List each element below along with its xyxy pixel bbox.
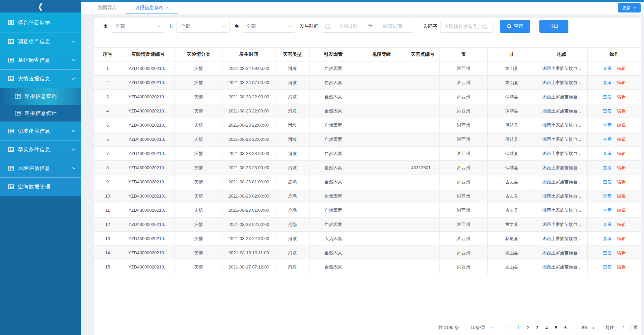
table-cell: 保靖县 <box>488 161 536 175</box>
keyword-input[interactable] <box>440 20 493 33</box>
view-link[interactable]: 查看 <box>603 208 612 213</box>
sidebar-subitem[interactable]: 速报信息查询 <box>0 88 81 105</box>
table-cell: 崩塌 <box>275 189 310 203</box>
table-body: 1YZD43000020210...灾情2021-08-24 09:05:00滑… <box>94 61 641 274</box>
table-cell: 古丈县 <box>488 175 536 189</box>
sidebar-subitem[interactable]: 速报信息统计 <box>0 105 81 122</box>
edit-link[interactable]: 编辑 <box>617 179 626 184</box>
next-page-button[interactable]: › <box>589 325 598 331</box>
prev-page-button[interactable]: ‹ <box>505 325 514 331</box>
table-row: 14YZD43000020210...灾情2021-08-18 10:11:00… <box>94 246 641 260</box>
ellipsis-icon[interactable]: ··· <box>570 325 580 330</box>
view-link[interactable]: 查看 <box>603 80 612 85</box>
column-header: 地点 <box>536 48 588 61</box>
tab[interactable]: 数据导入 <box>89 2 126 14</box>
page-number-2[interactable]: 2 <box>523 325 532 330</box>
edit-link[interactable]: 编辑 <box>617 236 626 241</box>
view-link[interactable]: 查看 <box>603 151 612 156</box>
view-link[interactable]: 查看 <box>603 108 612 113</box>
goto-page-input[interactable] <box>617 323 631 332</box>
edit-link[interactable]: 编辑 <box>617 66 626 71</box>
table-cell: 2021-08-24 09:05:00 <box>222 61 275 76</box>
table-cell: 4 <box>94 104 121 118</box>
date-range-picker[interactable]: 开始日期 至 结束日期 <box>322 20 414 33</box>
view-link[interactable]: 查看 <box>603 94 612 99</box>
sidebar-item[interactable]: 切坡建房信息 <box>0 122 81 140</box>
close-icon[interactable]: × <box>166 5 169 10</box>
sidebar-item[interactable]: 调查项目信息 <box>0 32 81 51</box>
edit-link[interactable]: 编辑 <box>617 80 626 85</box>
view-link[interactable]: 查看 <box>603 165 612 170</box>
page-number-3[interactable]: 3 <box>532 325 542 330</box>
sidebar-item-label: 风险评估信息 <box>18 165 72 172</box>
sidebar-item[interactable]: 基础调查信息 <box>0 51 81 69</box>
edit-link[interactable]: 编辑 <box>617 151 626 156</box>
page-size-select[interactable]: 15条/页 <box>464 323 496 332</box>
export-button[interactable]: 导出 <box>539 20 568 33</box>
table-cell: 自然因素 <box>310 203 357 217</box>
sidebar-item-label: 基础调查信息 <box>18 57 72 63</box>
table-cell <box>357 132 406 147</box>
table-cell: 自然因素 <box>310 61 357 76</box>
table-cell: 龙山县 <box>488 61 536 76</box>
sidebar-item[interactable]: 灾情速报信息 <box>0 69 81 88</box>
sidebar-collapse-button[interactable]: ❮ <box>0 0 81 12</box>
tab-bar: 数据导入速报信息查询× 更多 <box>81 2 644 14</box>
table-cell: 6 <box>94 132 121 147</box>
edit-link[interactable]: 编辑 <box>617 137 626 142</box>
edit-link[interactable]: 编辑 <box>617 108 626 113</box>
table-row: 11YZD43000020210...灾情2021-08-23 01:00:00… <box>94 203 641 217</box>
tab[interactable]: 速报信息查询× <box>126 2 178 14</box>
table-cell-actions: 查看编辑 <box>588 217 641 232</box>
view-link[interactable]: 查看 <box>603 194 612 199</box>
chevron-down-icon <box>72 149 76 151</box>
edit-link[interactable]: 编辑 <box>617 194 626 199</box>
edit-link[interactable]: 编辑 <box>617 222 626 227</box>
page-number-6[interactable]: 6 <box>561 325 570 330</box>
view-link[interactable]: 查看 <box>603 179 612 184</box>
table-cell-actions: 查看编辑 <box>588 260 641 274</box>
view-link[interactable]: 查看 <box>603 236 612 241</box>
view-link[interactable]: 查看 <box>603 264 612 269</box>
county-select[interactable]: 全部 <box>177 20 230 33</box>
sidebar-item[interactable]: 风险评估信息 <box>0 159 81 177</box>
view-link[interactable]: 查看 <box>603 123 612 128</box>
view-link[interactable]: 查看 <box>603 66 612 71</box>
sidebar-item[interactable]: 孕灾条件信息 <box>0 140 81 159</box>
page-number-5[interactable]: 5 <box>551 325 561 330</box>
start-date-input[interactable]: 开始日期 <box>330 23 366 29</box>
table-cell-actions: 查看编辑 <box>588 203 641 217</box>
sidebar-item[interactable]: 综合信息展示 <box>0 12 81 32</box>
more-button-label: 更多 <box>622 5 631 11</box>
more-button[interactable]: 更多 <box>618 3 641 12</box>
table-cell <box>357 147 406 161</box>
page-number-80[interactable]: 80 <box>580 325 589 330</box>
table-cell: 湘西土家族苗族自... <box>536 132 588 147</box>
table-cell-actions: 查看编辑 <box>588 161 641 175</box>
edit-link[interactable]: 编辑 <box>617 208 626 213</box>
edit-link[interactable]: 编辑 <box>617 264 626 269</box>
table-cell <box>406 246 440 260</box>
view-link[interactable]: 查看 <box>603 222 612 227</box>
edit-link[interactable]: 编辑 <box>617 165 626 170</box>
page-number-1[interactable]: 1 <box>513 325 523 330</box>
table-cell: 2021-08-23 01:00:00 <box>222 175 275 189</box>
sidebar-item[interactable]: 空间数据管理 <box>0 177 81 196</box>
edit-link[interactable]: 编辑 <box>617 250 626 255</box>
city-select[interactable]: 全部 <box>111 20 164 33</box>
table-cell: 保靖县 <box>488 104 536 118</box>
search-button-label: 查询 <box>514 23 524 29</box>
page-number-4[interactable]: 4 <box>542 325 551 330</box>
end-date-input[interactable]: 结束日期 <box>375 23 410 29</box>
filter-bar: 市 全部 县 全部 乡 全部 发生时间 <box>94 18 641 33</box>
town-select[interactable]: 全部 <box>242 20 295 33</box>
table-cell: 灾情 <box>175 161 222 175</box>
pagination: 共 1195 条 15条/页 ‹ 123456···80 › 前往 页 <box>438 323 638 332</box>
edit-link[interactable]: 编辑 <box>617 123 626 128</box>
goto-label: 前往 <box>605 325 614 331</box>
view-link[interactable]: 查看 <box>603 137 612 142</box>
search-button[interactable]: 查询 <box>500 20 530 33</box>
view-link[interactable]: 查看 <box>603 250 612 255</box>
table-cell: 人为因素 <box>310 232 357 246</box>
edit-link[interactable]: 编辑 <box>617 94 626 99</box>
